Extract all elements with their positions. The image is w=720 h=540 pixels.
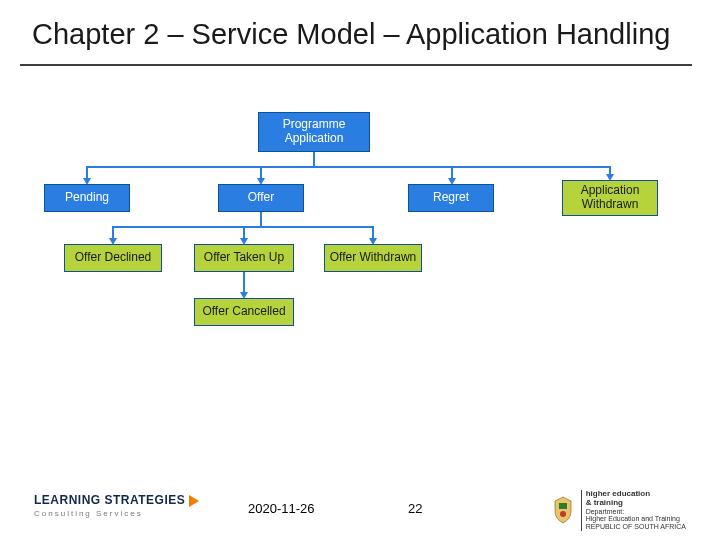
- connector: [260, 212, 262, 226]
- connector: [112, 226, 114, 238]
- slide-title: Chapter 2 – Service Model – Application …: [32, 18, 670, 51]
- dept-text: higher education & training Department: …: [581, 490, 686, 531]
- logo-learning-strategies: LEARNING STRATEGIES Consulting Services: [34, 494, 199, 519]
- logo-dhet: higher education & training Department: …: [551, 490, 686, 531]
- connector: [313, 152, 315, 166]
- flow-diagram: Programme Application Pending Offer Regr…: [44, 112, 684, 392]
- logo-text-line2: Consulting Services: [34, 509, 143, 518]
- logo-text-line1: LEARNING STRATEGIES: [34, 493, 185, 507]
- connector: [86, 166, 88, 178]
- footer-date: 2020-11-26: [248, 501, 315, 516]
- node-offer-declined: Offer Declined: [64, 244, 162, 272]
- dept-line1: higher education: [586, 489, 650, 498]
- node-application-withdrawn: Application Withdrawn: [562, 180, 658, 216]
- connector: [86, 166, 611, 168]
- node-offer-cancelled: Offer Cancelled: [194, 298, 294, 326]
- connector: [243, 226, 245, 238]
- dept-line4: Higher Education and Training: [586, 515, 686, 523]
- node-programme-application: Programme Application: [258, 112, 370, 152]
- divider: [20, 64, 692, 66]
- connector: [609, 166, 611, 174]
- connector: [260, 166, 262, 178]
- dept-line2: & training: [586, 498, 623, 507]
- dept-line3: Department:: [586, 508, 686, 516]
- footer-page-number: 22: [408, 501, 422, 516]
- connector: [451, 166, 453, 178]
- triangle-icon: [189, 495, 199, 507]
- node-offer-taken-up: Offer Taken Up: [194, 244, 294, 272]
- connector: [372, 226, 374, 238]
- node-regret: Regret: [408, 184, 494, 212]
- node-offer: Offer: [218, 184, 304, 212]
- connector: [243, 272, 245, 292]
- dept-line5: REPUBLIC OF SOUTH AFRICA: [586, 523, 686, 531]
- svg-point-0: [560, 511, 566, 517]
- coat-of-arms-icon: [551, 496, 575, 524]
- node-offer-withdrawn: Offer Withdrawn: [324, 244, 422, 272]
- node-pending: Pending: [44, 184, 130, 212]
